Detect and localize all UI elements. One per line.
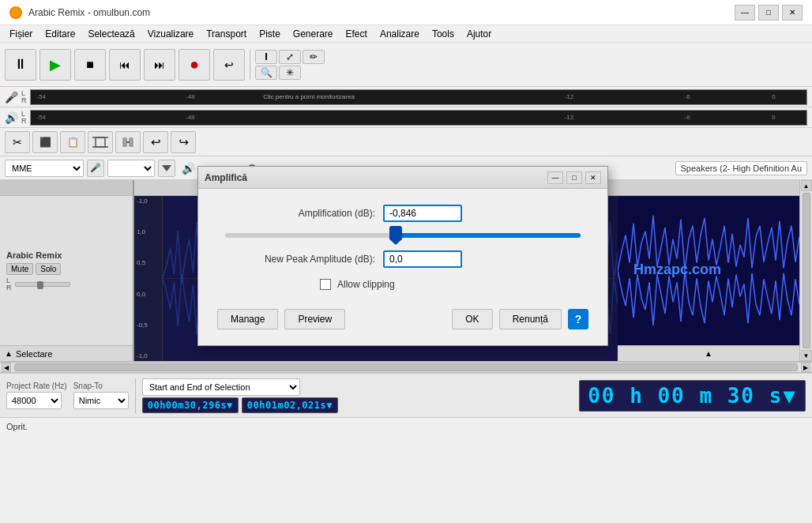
pencil-tool[interactable]: ✏ (303, 50, 325, 64)
clipping-row: Allow clipping (312, 279, 588, 290)
big-time-display: 00 h 00 m 30 s▼ (579, 380, 806, 412)
mic-icon[interactable]: 🎤 (5, 91, 18, 103)
allow-clipping-checkbox[interactable] (320, 279, 331, 290)
mic-level-bar: -54 -48 Clic pentru a porni monitorizare… (30, 89, 808, 105)
skip-back-button[interactable]: ⏮ (109, 49, 141, 81)
menu-editare[interactable]: Editare (39, 27, 81, 41)
close-button[interactable]: ✕ (782, 5, 803, 21)
menu-efect[interactable]: Efect (340, 27, 374, 41)
rate-select[interactable]: 48000 (6, 392, 62, 409)
solo-button[interactable]: Solo (36, 263, 61, 275)
trim-button[interactable] (88, 131, 113, 153)
skip-forward-button[interactable]: ⏭ (144, 49, 175, 81)
dialog-maximize-btn[interactable]: □ (566, 171, 582, 184)
manage-button[interactable]: Manage (217, 309, 278, 329)
multi-tool[interactable]: ✳ (279, 66, 301, 80)
project-rate-section: Project Rate (Hz) 48000 (6, 382, 67, 409)
menu-analizare[interactable]: Analizare (374, 27, 426, 41)
speaker-level-bar: -54 -48 -12 -6 0 (30, 110, 808, 126)
dialog-close-btn[interactable]: ✕ (585, 171, 601, 184)
scrollbar-thumb[interactable] (803, 193, 810, 348)
vertical-scrollbar[interactable]: ▲ ▼ (799, 180, 812, 361)
dialog-minimize-btn[interactable]: — (547, 171, 563, 184)
help-button[interactable]: ? (568, 309, 588, 329)
svg-rect-5 (130, 138, 133, 146)
play-button[interactable]: ▶ (39, 49, 71, 81)
ok-button[interactable]: OK (452, 309, 492, 329)
speaker-level-row: 🔊 LR -54 -48 -12 -6 0 (0, 107, 812, 128)
start-time-display[interactable]: 00h00m30,296s▼ (142, 397, 239, 413)
track-lr: LR (6, 277, 12, 292)
mic-device-btn[interactable]: 🎤 (87, 160, 104, 177)
amplification-row: Amplification (dB): (217, 205, 588, 222)
volume-icon[interactable]: 🔊 (182, 162, 195, 175)
cut-button[interactable]: ✂ (5, 131, 30, 153)
tools-group: I ⤢ ✏ 🔍 ✳ (255, 50, 325, 80)
selection-section: Start and End of Selection 00h00m30,296s… (142, 378, 338, 413)
end-time-display[interactable]: 00h01m02,021s▼ (242, 397, 338, 413)
tick-0: 0 (772, 93, 775, 100)
peak-input[interactable] (383, 250, 462, 268)
spk-tick-54: -54 (37, 114, 47, 121)
scroll-down-button[interactable]: ▼ (801, 350, 812, 361)
svg-rect-0 (96, 137, 105, 147)
hscroll-thumb[interactable] (14, 363, 798, 371)
menu-piste[interactable]: Piste (253, 27, 287, 41)
loop-button[interactable]: ↩ (213, 49, 245, 81)
select-arrow-icon[interactable]: ▲ (5, 349, 13, 358)
scroll-up-button[interactable]: ▲ (801, 180, 812, 191)
pause-button[interactable]: ⏸ (5, 49, 36, 81)
horizontal-scrollbar[interactable]: ◀ ▶ (0, 362, 812, 373)
spk-tick-48: -48 (186, 114, 195, 121)
amplification-input[interactable] (383, 205, 462, 222)
maximize-button[interactable]: □ (758, 5, 779, 21)
amplification-slider[interactable] (225, 233, 581, 238)
hscroll-left-btn[interactable]: ◀ (2, 363, 11, 372)
preview-button[interactable]: Preview (284, 309, 345, 329)
selection-mode-select[interactable]: Start and End of Selection (142, 378, 300, 396)
status-text: Oprit. (6, 422, 28, 431)
menu-transport[interactable]: Transport (200, 27, 253, 41)
track-gain-slider[interactable] (15, 282, 70, 287)
dialog-body: Amplification (dB): New Peak Amplitude (… (198, 189, 607, 345)
snap-select[interactable]: Nimic (73, 392, 129, 409)
mute-button[interactable]: Mute (6, 263, 33, 275)
menu-ajutor[interactable]: Ajutor (461, 27, 498, 41)
right-panel: Hmzapc.com ▲ (618, 180, 799, 361)
menu-vizualizare[interactable]: Vizualizare (141, 27, 200, 41)
slider-thumb[interactable] (389, 226, 402, 245)
channel-btn[interactable] (158, 160, 175, 177)
spk-tick-6: -6 (685, 114, 690, 121)
scroll-up-btn[interactable]: ▲ (705, 349, 712, 358)
spk-tick-12: -12 (565, 114, 574, 121)
hscroll-right-btn[interactable]: ▶ (801, 363, 810, 372)
tick-54: -54 (37, 93, 47, 100)
zoom-tool[interactable]: 🔍 (255, 66, 277, 80)
menu-fisier[interactable]: Fișier (3, 27, 39, 41)
menu-selecteaza[interactable]: Selectează (81, 27, 141, 41)
minimize-button[interactable]: — (735, 5, 755, 21)
mic-device-select[interactable] (107, 160, 155, 177)
cancel-button[interactable]: Renunță (499, 309, 562, 329)
undo-button[interactable]: ↩ (143, 131, 168, 153)
track-left-controls: Arabic Remix Mute Solo LR ▲ Selectare (0, 180, 134, 361)
api-select[interactable]: MME (5, 160, 84, 177)
redo-button[interactable]: ↩ (171, 131, 196, 153)
amplification-label: Amplification (dB): (217, 208, 375, 219)
record-button[interactable]: ● (179, 49, 210, 81)
stop-button[interactable]: ■ (74, 49, 106, 81)
rate-label: Project Rate (Hz) (6, 382, 67, 390)
paste-button[interactable]: 📋 (60, 131, 85, 153)
copy-button[interactable]: ⬛ (32, 131, 58, 153)
peak-label: New Peak Amplitude (dB): (217, 254, 375, 265)
silence-button[interactable] (115, 131, 141, 153)
menu-tools[interactable]: Tools (426, 27, 461, 41)
monitor-prompt[interactable]: Clic pentru a porni monitorizarea (263, 93, 355, 100)
menu-generare[interactable]: Generare (287, 27, 340, 41)
tick-12: -12 (565, 93, 574, 100)
envelope-tool[interactable]: ⤢ (279, 50, 301, 64)
selectare-label[interactable]: Selectare (16, 349, 52, 359)
speaker-icon[interactable]: 🔊 (5, 111, 18, 124)
cursor-tool[interactable]: I (255, 50, 277, 64)
spk-tick-0: 0 (772, 114, 775, 121)
